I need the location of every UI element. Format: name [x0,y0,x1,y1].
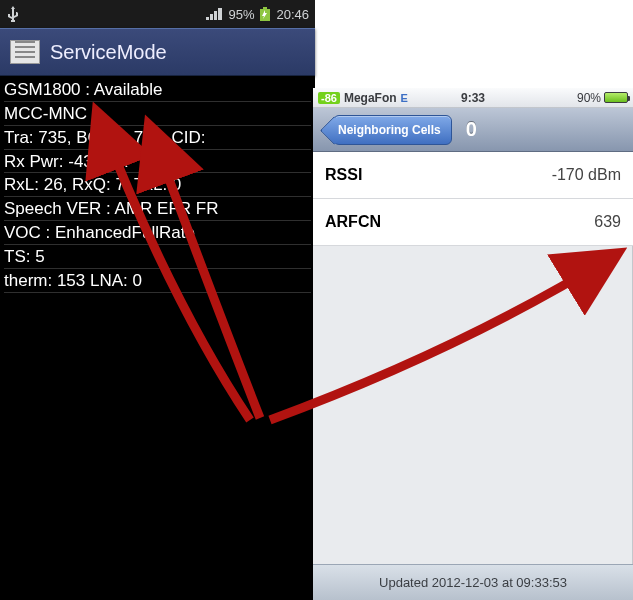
ios-body: RSSI -170 dBm ARFCN 639 [313,152,633,246]
back-button[interactable]: Neighboring Cells [333,115,452,145]
battery-icon [604,92,628,103]
info-row: MCC-MNC : [4,102,311,126]
status-time: 20:46 [276,7,309,22]
info-row: Speech VER : AMR EFR FR [4,197,311,221]
back-button-label: Neighboring Cells [338,123,441,137]
list-item: RSSI -170 dBm [313,152,633,199]
ios-nav-bar: Neighboring Cells 0 [313,108,633,152]
info-row: GSM1800 : Available [4,78,311,102]
signal-pct: 95% [228,7,254,22]
info-row: Rx Pwr: -43, Dtx [4,150,311,174]
footer-text: Updated 2012-12-03 at 09:33:53 [379,575,567,590]
network-type: E [401,92,408,104]
info-row: TS: 5 [4,245,311,269]
row-value: -170 dBm [552,166,621,184]
android-title-bar: ServiceMode [0,28,315,76]
info-row: VOC : EnhancedFullRate [4,221,311,245]
battery-pct: 90% [577,91,601,105]
ios-status-bar: -86 MegaFon E 9:33 90% [313,88,633,108]
app-title: ServiceMode [50,41,167,64]
ios-screen: -86 MegaFon E 9:33 90% Neighboring Cells… [313,88,633,600]
info-row: therm: 153 LNA: 0 [4,269,311,293]
carrier-name: MegaFon [344,91,397,105]
row-value: 639 [594,213,621,231]
android-status-bar: 95% 20:46 [0,0,315,28]
info-row: Tra: 735, BCCH: 735, CID: [4,126,311,150]
signal-icon [206,8,222,20]
info-row: RxL: 26, RxQ: 7, TxL: 0 [4,173,311,197]
row-key: ARFCN [325,213,381,231]
nav-title: 0 [466,118,477,141]
status-time: 9:33 [461,91,485,105]
row-key: RSSI [325,166,362,184]
usb-icon [6,6,20,22]
ios-footer: Updated 2012-12-03 at 09:33:53 [313,564,633,600]
battery-icon [260,7,270,21]
list-item: ARFCN 639 [313,199,633,246]
servicemode-app-icon [10,40,40,64]
servicemode-body: GSM1800 : Available MCC-MNC : Tra: 735, … [0,76,315,293]
android-screen: 95% 20:46 ServiceMode GSM1800 : Availabl… [0,0,315,600]
signal-strength: -86 [318,92,340,104]
